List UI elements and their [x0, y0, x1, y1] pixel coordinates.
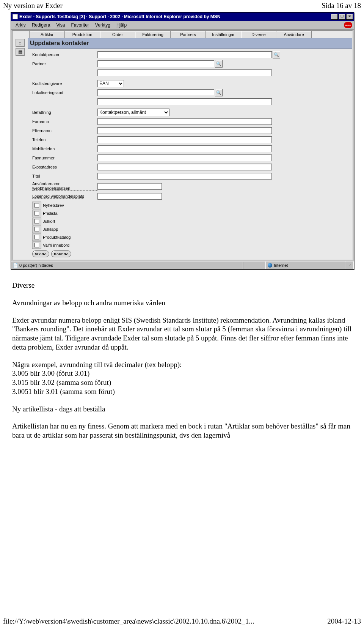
label-nyhetsbrev: Nyhetsbrev — [43, 203, 64, 208]
menu-visa[interactable]: Visa — [53, 22, 68, 28]
heading-avrundningar: Avrundningar av belopp och andra numeris… — [12, 298, 352, 307]
save-button[interactable]: SPARA — [32, 250, 49, 257]
document-icon: 📄 — [13, 263, 18, 268]
label-produktkatalog: Produktkatalog — [43, 235, 71, 239]
label-fornamn: Förnamn — [32, 119, 97, 124]
zone-label: Internet — [274, 263, 288, 268]
checkbox-nyhetsbrev[interactable] — [32, 202, 41, 209]
window-close-button[interactable]: × — [346, 14, 353, 20]
page-counter: Sida 16 av 18 — [322, 2, 361, 10]
select-befattning[interactable]: Kontaktperson, allmänt — [97, 109, 169, 116]
section-title: Uppdatera kontakter — [28, 38, 352, 49]
input-losenord[interactable] — [97, 193, 162, 200]
paragraph-artikellista: Artikellistan har nu en ny finess. Genom… — [12, 422, 352, 440]
label-kontaktperson: Kontaktperson — [32, 52, 97, 57]
label-anvandarnamn: Användarnamn webbhandelsplatsen — [32, 181, 97, 191]
label-efternamn: Efternamn — [32, 128, 97, 133]
input-mobiltelefon[interactable] — [97, 145, 272, 152]
label-losenord: Lösenord webbhandelsplats — [32, 194, 97, 199]
ie-titlebar: Exder · Supports Testbolag [3] · Support… — [11, 13, 354, 21]
doc-title: Ny version av Exder — [3, 2, 63, 10]
input-kontaktperson[interactable] — [97, 51, 272, 58]
search-kontaktperson-icon[interactable]: 🔍 — [273, 51, 280, 58]
tab-anvandare[interactable]: Användare — [276, 31, 312, 38]
tab-strip: Artiklar Produktion Order Fakturering Pa… — [13, 31, 352, 38]
tab-installningar[interactable]: Inställningar — [206, 31, 241, 38]
input-lokaliseringskod[interactable] — [97, 89, 214, 96]
label-prislista: Prislista — [43, 211, 58, 216]
input-faxnummer[interactable] — [97, 154, 272, 161]
label-julkort: Julkort — [43, 219, 55, 224]
checkbox-prislista[interactable] — [32, 210, 41, 217]
label-valfri: Valfri innebörd — [43, 243, 69, 247]
label-julklapp: Julklapp — [43, 227, 58, 232]
search-partner-icon[interactable]: 🔍 — [215, 60, 223, 68]
label-kodlisteutgivare: Kodlisteutgivare — [32, 81, 97, 86]
checkbox-julklapp[interactable] — [32, 225, 41, 233]
home-icon[interactable]: ⌂ — [16, 39, 25, 47]
label-partner: Partner — [32, 61, 97, 66]
tab-fakturering[interactable]: Fakturering — [135, 31, 171, 38]
input-lokaliseringskod-extra[interactable] — [97, 98, 272, 105]
ie-menubar: Arkiv Redigera Visa Favoriter Verktyg Hj… — [11, 21, 354, 30]
input-epost[interactable] — [97, 164, 272, 170]
ie-app-icon — [13, 14, 18, 19]
delete-button[interactable]: RADERA — [51, 250, 71, 257]
input-fornamn[interactable] — [97, 118, 272, 125]
paragraph-avrundning: Exder avrundar numera belopp enligt SIS … — [12, 316, 352, 352]
resize-grip-icon[interactable]: ⋰ — [345, 262, 354, 269]
window-minimize-button[interactable]: _ — [331, 14, 338, 20]
tab-order[interactable]: Order — [100, 31, 135, 38]
input-telefon[interactable] — [97, 136, 272, 143]
menu-favoriter[interactable]: Favoriter — [68, 22, 92, 28]
paragraph-exempel: Några exempel, avrundning till två decim… — [12, 360, 352, 396]
input-partner[interactable] — [97, 60, 214, 67]
menu-hjalp[interactable]: Hjälp — [113, 22, 130, 28]
heading-diverse: Diverse — [12, 281, 352, 290]
checkbox-produktkatalog[interactable] — [32, 233, 41, 241]
msn-icon: msn — [344, 22, 352, 28]
search-lokaliseringskod-icon[interactable]: 🔍 — [215, 89, 223, 96]
input-partner-extra[interactable] — [97, 69, 272, 76]
label-mobiltelefon: Mobiltelefon — [32, 147, 97, 151]
tab-diverse[interactable]: Diverse — [241, 31, 276, 38]
label-titel: Titel — [32, 174, 97, 178]
select-kodlisteutgivare[interactable]: EAN — [97, 80, 124, 87]
heading-artikellista: Ny artikellista - dags att beställa — [12, 405, 352, 414]
tab-partners[interactable]: Partners — [170, 31, 206, 38]
label-faxnummer: Faxnummer — [32, 156, 97, 160]
globe-icon — [268, 263, 272, 268]
checkbox-julkort[interactable] — [32, 217, 41, 225]
tab-produktion[interactable]: Produktion — [64, 31, 100, 38]
menu-arkiv[interactable]: Arkiv — [13, 22, 29, 28]
label-befattning: Befattning — [32, 110, 97, 115]
label-lokaliseringskod: Lokaliseringskod — [32, 90, 97, 95]
input-titel[interactable] — [97, 173, 272, 180]
label-epost: E-postadress — [32, 165, 97, 169]
menu-redigera[interactable]: Redigera — [29, 22, 53, 28]
tab-artiklar[interactable]: Artiklar — [29, 31, 65, 38]
menu-verktyg[interactable]: Verktyg — [92, 22, 113, 28]
window-title: Exder · Supports Testbolag [3] · Support… — [19, 14, 331, 19]
checkbox-valfri[interactable] — [32, 241, 41, 249]
window-maximize-button[interactable]: □ — [339, 14, 345, 20]
label-telefon: Telefon — [32, 137, 97, 142]
ie-window: Exder · Supports Testbolag [3] · Support… — [11, 12, 354, 269]
input-anvandarnamn[interactable] — [97, 183, 162, 190]
input-efternamn[interactable] — [97, 127, 272, 134]
status-text: 0 post(er) hittades — [19, 263, 53, 268]
status-bar: 📄 0 post(er) hittades Internet ⋰ — [11, 261, 354, 269]
